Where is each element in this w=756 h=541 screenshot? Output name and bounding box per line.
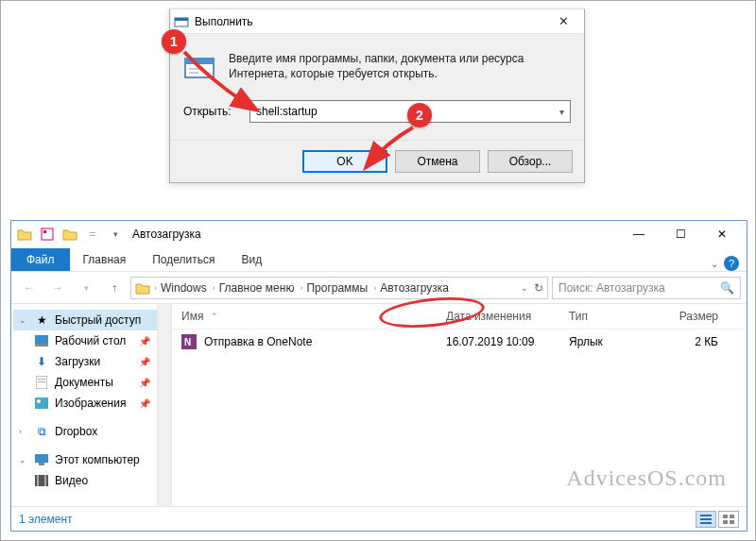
search-icon[interactable]: 🔍 [720,281,734,295]
tab-home[interactable]: Главная [70,248,140,271]
nav-pictures[interactable]: Изображения📌 [13,393,169,414]
run-button-row: OK Отмена Обзор... [170,140,584,182]
desktop-icon [34,333,49,348]
nav-documents[interactable]: Документы📌 [13,372,169,393]
svg-rect-14 [38,381,45,382]
list-item[interactable]: N Отправка в OneNote 16.07.2019 10:09 Яр… [172,330,747,354]
tab-view[interactable]: Вид [228,248,275,271]
qat-folder-icon[interactable] [60,225,79,244]
col-type[interactable]: Тип [569,310,663,323]
watermark: AdvicesOS.com [566,465,727,491]
svg-point-16 [37,399,41,403]
pin-icon: 📌 [139,398,150,409]
crumb-sep-icon[interactable]: › [211,283,217,293]
folder-icon [15,225,34,244]
status-bar: 1 элемент [11,506,747,531]
explorer-titlebar[interactable]: = ▾ Автозагрузка — ☐ ✕ [11,221,747,247]
dropbox-icon: ⧉ [34,424,49,439]
addr-chevron-icon[interactable]: ⌄ [521,283,528,293]
close-icon[interactable]: ✕ [546,11,580,32]
crumb-startup: Автозагрузка [380,281,449,295]
column-headers[interactable]: Имя⌃ Дата изменения Тип Размер [172,304,747,330]
tab-file[interactable]: Файл [11,248,70,271]
browse-button[interactable]: Обзор... [488,150,573,173]
minimize-button[interactable]: — [618,221,660,247]
pin-icon: 📌 [139,378,150,388]
svg-rect-15 [35,397,48,409]
search-input[interactable]: Поиск: Автозагрузка 🔍 [552,277,741,299]
folder-small-icon [135,281,150,295]
col-name[interactable]: Имя [181,310,203,323]
nav-forward-icon[interactable]: → [45,276,70,300]
pc-icon [34,452,49,467]
onenote-icon: N [181,334,197,349]
crumb-mainmenu: Главное меню› [219,281,305,295]
help-icon[interactable]: ? [724,256,739,271]
qat-properties-icon[interactable] [38,225,57,244]
picture-icon [34,396,49,411]
address-bar[interactable]: › Windows› Главное меню› Программы› Авто… [130,277,548,299]
run-icon [174,14,189,29]
svg-rect-10 [35,335,48,344]
tab-share[interactable]: Поделиться [139,248,228,271]
crumb-sep-icon[interactable]: › [298,283,304,293]
nav-desktop[interactable]: Рабочий стол📌 [13,330,169,351]
maximize-button[interactable]: ☐ [660,221,701,247]
run-description: Введите имя программы, папки, документа … [229,51,571,83]
svg-rect-17 [35,454,48,463]
view-large-icon[interactable] [718,511,739,528]
svg-rect-5 [189,72,198,74]
cancel-button[interactable]: Отмена [395,150,480,173]
chevron-down-icon[interactable]: ▾ [559,107,564,117]
download-icon: ⬇ [34,354,49,369]
pin-icon: 📌 [139,336,150,347]
svg-rect-11 [35,344,48,347]
nav-recent-icon[interactable]: ▾ [74,276,98,300]
svg-text:N: N [184,337,191,347]
svg-rect-30 [730,520,734,524]
svg-rect-9 [43,230,46,233]
address-bar-row: ← → ▾ ↑ › Windows› Главное меню› Програм… [11,272,747,304]
run-titlebar[interactable]: Выполнить ✕ [170,9,584,34]
navigation-pane: ⌄★Быстрый доступ Рабочий стол📌 ⬇Загрузки… [11,304,172,506]
callout-2: 2 [407,103,432,127]
svg-rect-26 [700,522,712,524]
svg-rect-27 [723,515,728,518]
run-large-icon [183,51,215,83]
video-icon [34,473,49,488]
crumb-programs: Программы› [306,281,378,295]
view-details-icon[interactable] [696,511,716,528]
crumb-sep-icon[interactable]: › [371,283,378,293]
col-date[interactable]: Дата изменения [446,310,569,323]
nav-up-icon[interactable]: ↑ [102,276,127,300]
svg-rect-13 [38,379,45,380]
search-placeholder: Поиск: Автозагрузка [558,281,665,295]
crumb-sep-icon[interactable]: › [152,283,159,293]
star-icon: ★ [34,313,49,328]
nav-back-icon[interactable]: ← [17,276,42,300]
nav-thispc[interactable]: ⌄Этот компьютер [13,449,169,470]
open-input-value: shell:startup [256,105,318,118]
explorer-title: Автозагрузка [132,228,618,241]
svg-rect-24 [700,515,712,516]
svg-rect-29 [723,520,728,524]
nav-dropbox[interactable]: ›⧉Dropbox [13,421,169,442]
svg-rect-8 [42,228,53,240]
document-icon [34,375,49,390]
callout-1: 1 [162,29,186,54]
qat-divider: = [83,225,102,244]
ribbon-collapse-icon[interactable]: ⌄ [711,259,718,269]
refresh-icon[interactable]: ↻ [534,281,543,295]
nav-videos[interactable]: Видео [13,470,169,491]
svg-rect-21 [44,475,46,486]
pin-icon: 📌 [139,357,150,367]
col-size[interactable]: Размер [663,310,737,323]
svg-rect-4 [189,68,202,70]
ok-button[interactable]: OK [302,150,387,173]
nav-quick-access[interactable]: ⌄★Быстрый доступ [13,310,169,330]
qat-chevron-icon[interactable]: ▾ [106,225,125,244]
nav-downloads[interactable]: ⬇Загрузки📌 [13,351,169,372]
close-button[interactable]: ✕ [701,221,743,247]
svg-rect-3 [185,59,214,64]
svg-rect-1 [175,18,188,21]
